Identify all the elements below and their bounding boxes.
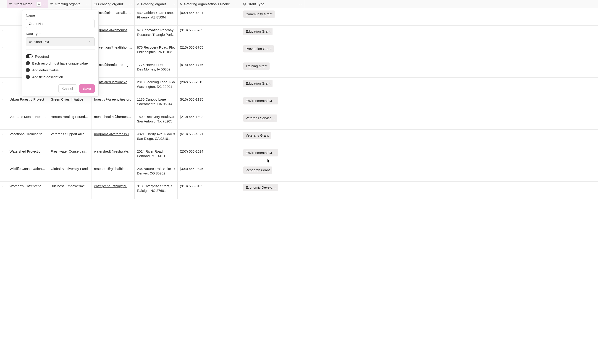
cell-phone[interactable]: (919) 555-6789: [178, 25, 241, 43]
email-link[interactable]: programs@veteranssupp…: [94, 132, 132, 136]
cell-address[interactable]: 1135 Canopy Lane Sacramento, CA 95814: [135, 95, 178, 112]
default-value-option[interactable]: Add default value: [26, 67, 95, 73]
cell-grant-type[interactable]: Environmental Gr…: [241, 147, 305, 164]
row-drag-handle[interactable]: ⋯: [0, 78, 7, 95]
cell-address[interactable]: 432 Golden Years Lane, Suit Phoenix, AZ …: [135, 8, 178, 25]
column-header-address[interactable]: Granting organizati…: [135, 0, 178, 8]
cell-email[interactable]: watershed@freshwateral…: [92, 147, 135, 164]
cell-grant-name[interactable]: Vocational Training for V…: [7, 129, 48, 147]
row-drag-handle[interactable]: ⋯: [0, 129, 7, 147]
description-radio[interactable]: [26, 75, 30, 79]
cell-grant-type[interactable]: Training Grant: [241, 60, 305, 77]
email-link[interactable]: mentalhealth@heroeshe…: [94, 114, 132, 119]
row-drag-handle[interactable]: ⋯: [0, 147, 7, 164]
cell-org[interactable]: Freshwater Conservation…: [48, 147, 92, 164]
required-option[interactable]: Required: [26, 53, 95, 60]
cell-address[interactable]: 2024 River Road Portland, ME 4101: [135, 147, 178, 164]
row-drag-handle[interactable]: ⋯: [0, 182, 7, 199]
cell-address[interactable]: 1802 Recovery Boulevard, Su San Antonio,…: [135, 112, 178, 129]
cell-phone[interactable]: (602) 555-4321: [178, 8, 241, 25]
cell-org[interactable]: Global Biodiversity Fund: [48, 164, 92, 181]
cell-address[interactable]: 1776 Harvest Road Des Moines, IA 50309: [135, 60, 178, 77]
cell-address[interactable]: 4321 Liberty Ave, Floor 3 San Diego, CA …: [135, 129, 178, 147]
cell-phone[interactable]: (303) 555-2345: [178, 164, 241, 181]
row-drag-handle[interactable]: ⋯: [0, 60, 7, 77]
column-header-email[interactable]: Granting organizati…: [92, 0, 135, 8]
column-header-type[interactable]: Grant Type: [241, 0, 305, 8]
cell-phone[interactable]: (919) 555-9135: [178, 182, 241, 199]
column-header-org[interactable]: Granting organizati…: [48, 0, 92, 8]
save-button[interactable]: Save: [79, 84, 95, 93]
unique-radio[interactable]: [26, 61, 30, 65]
cell-email[interactable]: programs@veteranssupp…: [92, 129, 135, 147]
cell-grant-type[interactable]: Economic Develo…: [241, 182, 305, 199]
column-more-button[interactable]: [299, 2, 303, 6]
cell-grant-type[interactable]: Education Grant: [241, 25, 305, 43]
email-link[interactable]: programs@womeninscie…: [94, 28, 132, 32]
email-link[interactable]: grants@eldercarealliance…: [94, 10, 132, 15]
cell-grant-type[interactable]: Prevention Grant: [241, 43, 305, 60]
cell-grant-name[interactable]: Women's Entrepreneursh…: [7, 182, 48, 199]
row-drag-handle[interactable]: ⋯: [0, 164, 7, 181]
column-more-button[interactable]: [172, 2, 175, 6]
sort-button[interactable]: [36, 2, 41, 7]
column-more-button[interactable]: [42, 2, 46, 6]
column-header-grant-name[interactable]: Grant Name: [7, 0, 48, 8]
cell-phone[interactable]: (210) 555-1802: [178, 112, 241, 129]
cell-grant-type[interactable]: Research Grant: [241, 164, 305, 181]
email-link[interactable]: research@globalbiodiver…: [94, 167, 132, 171]
unique-option[interactable]: Each record must have unique value: [26, 60, 95, 67]
cell-grant-name[interactable]: Urban Forestry Project: [7, 95, 48, 112]
cell-email[interactable]: mentalhealth@heroeshe…: [92, 112, 135, 129]
cell-phone[interactable]: (515) 555-1776: [178, 60, 241, 77]
cell-grant-type[interactable]: Community Grant: [241, 8, 305, 25]
row-drag-handle[interactable]: ⋯: [0, 112, 7, 129]
table-row[interactable]: ⋯ Women's Entrepreneursh… Business Empow…: [0, 182, 598, 199]
email-link[interactable]: watershed@freshwateral…: [94, 149, 132, 154]
column-more-button[interactable]: [86, 2, 90, 6]
cell-email[interactable]: research@globalbiodiver…: [92, 164, 135, 181]
row-drag-handle[interactable]: ⋯: [0, 25, 7, 43]
table-row[interactable]: ⋯ Watershed Protection Freshwater Conser…: [0, 147, 598, 164]
row-drag-handle[interactable]: ⋯: [0, 43, 7, 60]
description-option[interactable]: Add field description: [26, 73, 95, 80]
cell-org[interactable]: Heroes Healing Foundation: [48, 112, 92, 129]
row-drag-handle[interactable]: ⋯: [0, 8, 7, 25]
cell-address[interactable]: 234 Nature Trail, Suite 150 Denver, CO 8…: [135, 164, 178, 181]
cell-phone[interactable]: (207) 555-2024: [178, 147, 241, 164]
table-row[interactable]: ⋯ Urban Forestry Project Green Cities In…: [0, 95, 598, 112]
cell-phone[interactable]: (202) 555-2913: [178, 78, 241, 95]
cell-phone[interactable]: (215) 555-8765: [178, 43, 241, 60]
cell-phone[interactable]: (916) 555-1135: [178, 95, 241, 112]
datatype-select[interactable]: Short Text: [26, 37, 95, 46]
column-more-button[interactable]: [235, 2, 239, 6]
cell-org[interactable]: Green Cities Initiative: [48, 95, 92, 112]
cell-grant-type[interactable]: Education Grant: [241, 78, 305, 95]
cell-grant-name[interactable]: Veterans Mental Health S…: [7, 112, 48, 129]
cell-org[interactable]: Business Empowerment …: [48, 182, 92, 199]
column-more-button[interactable]: [129, 2, 133, 6]
email-link[interactable]: entrepreneurship@busin…: [94, 184, 132, 188]
table-row[interactable]: ⋯ Wildlife Conservation Stu… Global Biod…: [0, 164, 598, 182]
default-radio[interactable]: [26, 68, 30, 72]
cell-grant-type[interactable]: Environmental Gr…: [241, 95, 305, 112]
required-toggle[interactable]: [26, 54, 33, 58]
column-name-input[interactable]: [26, 19, 95, 28]
cell-grant-name[interactable]: Wildlife Conservation Stu…: [7, 164, 48, 181]
email-link[interactable]: grants@farmfuture.org: [94, 63, 132, 67]
cell-grant-type[interactable]: Veterans Grant: [241, 129, 305, 147]
email-link[interactable]: grants@educationexcell…: [94, 80, 132, 84]
row-drag-handle[interactable]: ⋯: [0, 95, 7, 112]
cell-phone[interactable]: (619) 555-4321: [178, 129, 241, 147]
cancel-button[interactable]: Cancel: [58, 84, 77, 93]
cell-email[interactable]: forestry@greencities.org: [92, 95, 135, 112]
column-header-phone[interactable]: Granting organization's Phone: [178, 0, 241, 8]
table-row[interactable]: ⋯ Veterans Mental Health S… Heroes Heali…: [0, 112, 598, 129]
cell-grant-type[interactable]: Veterans Service…: [241, 112, 305, 129]
cell-address[interactable]: 876 Recovery Road, Floor 4 Philadelphia,…: [135, 43, 178, 60]
table-row[interactable]: ⋯ Vocational Training for V… Veterans Su…: [0, 129, 598, 147]
cell-org[interactable]: Veterans Support Alliance: [48, 129, 92, 147]
cell-address[interactable]: 2913 Learning Lane, Floor 4 Washington, …: [135, 78, 178, 95]
cell-email[interactable]: entrepreneurship@busin…: [92, 182, 135, 199]
email-link[interactable]: prevention@healthhorizo…: [94, 45, 132, 50]
